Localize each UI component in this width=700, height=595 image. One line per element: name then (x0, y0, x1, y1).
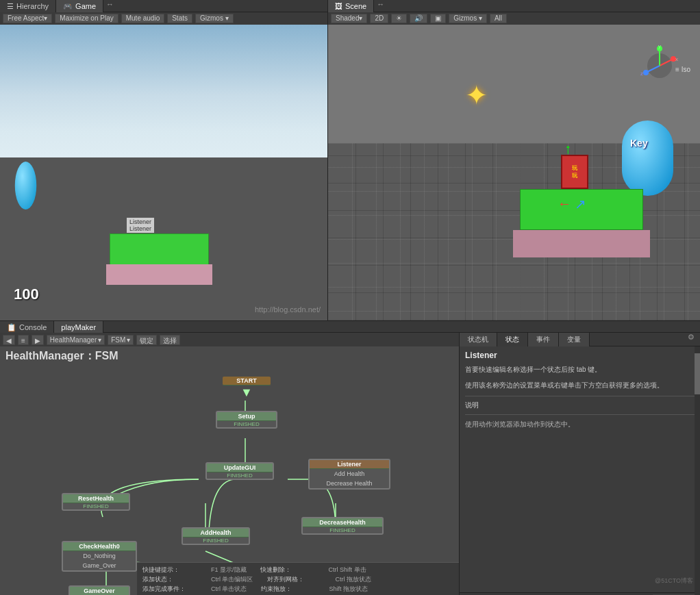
gizmo-widget[interactable]: x y z (639, 45, 680, 86)
node-listener[interactable]: Listener Add Health Decrease Health (308, 459, 390, 490)
node-addhealth[interactable]: AddHealth FINISHED (182, 527, 250, 545)
platform-green (110, 233, 209, 268)
iso-label: ≡ Iso (675, 66, 690, 73)
game-platform: Listener Listener (106, 230, 212, 285)
sun-icon: ✦ (465, 79, 488, 111)
pm-toolbar: ◀ ≡ ▶ HealthManager ▾ FSM ▾ 锁定 选择 (0, 333, 459, 346)
player-capsule (15, 162, 37, 210)
pm-object-dropdown[interactable]: HealthManager ▾ (47, 335, 105, 345)
pm-fsm-label: FSM (111, 335, 125, 345)
right-bottom-text: 使用动作浏览器添加动作到状态中。 (465, 419, 695, 429)
hint-val-2: Ctrl 单击编辑区 (211, 575, 253, 584)
transform-blue-arrow: ↗ (575, 196, 586, 212)
listener-badge-2: Listener (127, 225, 154, 233)
checkhealth0-title: CheckHealth0 (63, 542, 136, 551)
tab-game[interactable]: 🎮 Game (56, 0, 103, 12)
top-area: Free Aspect ▾ Maximize on Play Mute audi… (0, 12, 700, 320)
updategui-event: FINISHED (207, 472, 273, 479)
transform-up-arrow: ↑ (564, 141, 571, 157)
hint-key-1: 快捷键提示： (142, 566, 197, 574)
hint-row-1: 快捷键提示： F1 显示/隐藏 快速删除： Ctrl Shift 单击 (142, 566, 453, 574)
tab-scene[interactable]: 🖼 Scene (328, 0, 374, 12)
game-tabs: ☰ Hierarchy 🎮 Game ↔ (0, 0, 327, 12)
right-tabs-header: 状态机 状态 事件 变量 ⚙ (460, 333, 700, 346)
right-tab-statemachine[interactable]: 状态机 (460, 333, 497, 346)
scrollbar-thumb[interactable] (695, 353, 700, 394)
addhealth-title: AddHealth (183, 529, 249, 537)
start-label: START (223, 377, 271, 385)
svg-text:y: y (658, 45, 661, 49)
decreasehealth-event: FINISHED (303, 527, 382, 533)
node-setup[interactable]: Setup FINISHED (216, 411, 277, 429)
pm-nav-menu[interactable]: ≡ (18, 335, 29, 345)
right-listener-title: Listener (465, 351, 695, 360)
right-tab-events[interactable]: 事件 (528, 333, 559, 346)
hint-val-1: F1 显示/隐藏 (211, 566, 247, 574)
all-btn[interactable]: All (490, 14, 507, 23)
watermark: http://blog.csdn.net/ (255, 305, 321, 314)
node-gameover[interactable]: GameOver (68, 585, 130, 595)
scene-panel: Shaded ▾ 2D ☀ 🔊 ▣ Gizmos ▾ All ✦ (327, 12, 700, 320)
listener-title: Listener (310, 460, 389, 469)
hint-key-3: 添加完成事件： (142, 585, 197, 594)
2d-btn[interactable]: 2D (370, 14, 388, 23)
decreasehealth-title: DecreaseHealth (303, 518, 382, 527)
pm-hints: 快捷键提示： F1 显示/隐藏 快速删除： Ctrl Shift 单击 添加状态… (137, 562, 459, 595)
pm-nav-next[interactable]: ▶ (32, 335, 44, 345)
svg-text:z: z (640, 71, 643, 77)
console-icon: 📋 (7, 321, 16, 333)
right-content: Listener 首要快速编辑名称选择一个状态后按 tab 键。 使用该名称旁边… (460, 346, 700, 592)
maximize-btn[interactable]: Maximize on Play (55, 14, 118, 23)
tab-playmaker[interactable]: playMaker (54, 321, 103, 333)
shaded-dropdown[interactable]: Shaded ▾ (331, 14, 367, 23)
pm-fsm-dropdown[interactable]: FSM ▾ (108, 335, 134, 345)
playmaker-panel: ◀ ≡ ▶ HealthManager ▾ FSM ▾ 锁定 选择 Health… (0, 333, 459, 595)
resethealth-title: ResetHealth (63, 494, 129, 503)
scene-viewport: ✦ x y z ≡ Iso K (328, 25, 700, 320)
aspect-dropdown[interactable]: Free Aspect ▾ (3, 14, 52, 23)
screen-btn[interactable]: ▣ (430, 14, 446, 23)
transform-right-arrow: ← (558, 196, 571, 212)
platform-pink (106, 264, 212, 285)
pm-nav-prev[interactable]: ◀ (3, 335, 15, 345)
resethealth-event: FINISHED (63, 503, 129, 509)
node-resethealth[interactable]: ResetHealth FINISHED (62, 493, 130, 511)
right-tab-vars[interactable]: 变量 (559, 333, 590, 346)
node-updategui[interactable]: UpdateGUI FINISHED (205, 462, 274, 480)
right-desc-2: 使用该名称旁边的设置菜单或右键单击下方空白获得更多的选项。 (465, 380, 695, 390)
game-panel: Free Aspect ▾ Maximize on Play Mute audi… (0, 12, 327, 320)
game-viewport: 100 Listener Listener http://blog.csdn.n… (0, 25, 327, 320)
hint-val-7: Shift 拖放状态 (329, 585, 368, 594)
updategui-title: UpdateGUI (207, 464, 273, 472)
node-checkhealth0[interactable]: CheckHealth0 Do_Nothing Game_Over (62, 541, 137, 572)
bottom-area: ◀ ≡ ▶ HealthManager ▾ FSM ▾ 锁定 选择 Health… (0, 333, 700, 595)
node-start[interactable]: START ▼ (223, 377, 271, 400)
hint-val-3: Ctrl 单击状态 (211, 585, 247, 594)
audio-btn[interactable]: 🔊 (410, 14, 427, 23)
pm-lock-btn[interactable]: 锁定 (136, 335, 157, 345)
bottom-tabs: 📋 Console playMaker (0, 320, 700, 333)
addhealth-event: FINISHED (183, 537, 249, 544)
gizmos-btn[interactable]: Gizmos ▾ (195, 14, 234, 23)
game-icon: 🎮 (63, 0, 73, 12)
tab-hierarchy[interactable]: ☰ Hierarchy (0, 0, 56, 12)
game-resize[interactable]: ↔ (103, 0, 116, 12)
scene-resize[interactable]: ↔ (374, 0, 387, 12)
pm-select-btn[interactable]: 选择 (160, 335, 180, 345)
settings-gear-icon[interactable]: ⚙ (682, 333, 700, 346)
tab-console[interactable]: 📋 Console (0, 321, 54, 333)
node-decreasehealth[interactable]: DecreaseHealth FINISHED (301, 517, 384, 535)
pm-canvas[interactable]: START ▼ Setup FINISHED UpdateGUI FINISHE… (0, 366, 459, 595)
svg-point-6 (643, 70, 649, 75)
sun-btn[interactable]: ☀ (391, 14, 407, 23)
console-label: Console (19, 321, 47, 333)
right-scrollbar[interactable] (695, 346, 700, 595)
stats-btn[interactable]: Stats (167, 14, 192, 23)
mute-btn[interactable]: Mute audio (121, 14, 164, 23)
aspect-chevron: ▾ (44, 14, 47, 23)
hint-key-6: 对齐到网格： (267, 575, 322, 584)
right-footer: 调试 隐藏未使用 动作浏览器 (460, 592, 700, 595)
right-tab-state[interactable]: 状态 (497, 333, 528, 346)
pm-object-label: HealthManager (50, 335, 97, 345)
gizmos-scene-btn[interactable]: Gizmos ▾ (449, 14, 487, 23)
